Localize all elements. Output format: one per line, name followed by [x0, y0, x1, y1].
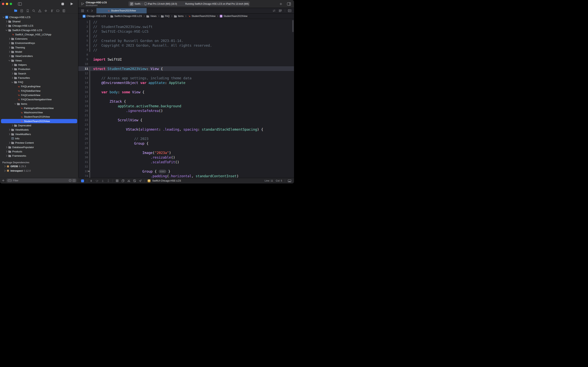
tree-row[interactable]: EnvironmentKeys [1, 41, 77, 45]
close-window-button[interactable] [2, 3, 4, 5]
project-navigator-icon[interactable] [14, 9, 17, 12]
issues-navigator-icon[interactable] [38, 9, 42, 12]
tree-row[interactable]: FAQClassicNavigationView [1, 97, 77, 102]
disclosure-chevron-icon[interactable] [5, 25, 8, 26]
tab-overview-icon[interactable] [81, 9, 84, 12]
tree-row[interactable]: ViewModels [1, 128, 77, 132]
code-line[interactable]: 17 [78, 94, 294, 99]
disclosure-chevron-icon[interactable] [8, 55, 11, 57]
debug-gauge-icon[interactable] [127, 179, 130, 182]
breadcrumb-item[interactable]: Chicago-HSE-LCS [83, 15, 106, 18]
tree-row[interactable]: Products [1, 149, 77, 154]
tree-row[interactable]: ViewModifiers [1, 132, 77, 136]
tree-row[interactable]: Search [1, 71, 77, 76]
disclosure-chevron-icon[interactable] [5, 151, 8, 152]
tree-row[interactable]: Preview Content [1, 141, 77, 145]
editor-tab[interactable]: StudentTeam2023View [96, 8, 147, 13]
disclosure-chevron-icon[interactable] [2, 17, 5, 17]
scheme-name[interactable]: SwiftU [134, 2, 143, 5]
disclosure-chevron-icon[interactable] [3, 166, 6, 167]
code-line[interactable]: 18 ZStack { [78, 99, 294, 104]
code-fold-ribbon[interactable] [89, 67, 90, 178]
pause-execution-icon[interactable] [90, 180, 92, 182]
disclosure-chevron-icon[interactable] [5, 155, 8, 157]
simulate-location-icon[interactable] [139, 179, 142, 182]
go-forward-icon[interactable] [91, 9, 93, 12]
disclosure-chevron-icon[interactable] [11, 68, 14, 70]
tree-row[interactable]: SwiftUI_Chicago_HSE_LCSApp [1, 32, 77, 37]
code-line[interactable]: 11struct StudentTeam2023View: View { [78, 66, 294, 71]
minimize-window-button[interactable] [6, 3, 8, 5]
disclosure-chevron-icon[interactable] [11, 64, 14, 66]
tree-row[interactable]: Theming [1, 45, 77, 50]
tree-row[interactable]: ViewControllers [1, 54, 77, 58]
add-toolbar-icon[interactable] [279, 2, 282, 5]
toggle-sidebar-icon[interactable] [18, 2, 22, 6]
code-line[interactable]: 22 ScrollView { [78, 118, 294, 122]
tree-row[interactable]: Model [1, 50, 77, 54]
toggle-inspector-icon[interactable] [287, 2, 291, 6]
debug-view-hierarchy-icon[interactable] [116, 179, 119, 182]
debug-navigator-icon[interactable] [50, 9, 53, 12]
tree-row[interactable]: FAQSideBarView [1, 89, 77, 93]
disclosure-chevron-icon[interactable] [8, 142, 11, 143]
fold-chevron-icon[interactable] [88, 170, 90, 172]
code-line[interactable]: 19 appState.activeTheme.background [78, 104, 294, 108]
filter-input[interactable]: Filter [6, 178, 77, 183]
code-line[interactable]: 3// SwiftUI-Chicago-HSE-LCS [78, 29, 294, 34]
breadcrumb-item[interactable]: Items [174, 15, 184, 17]
add-item-icon[interactable] [2, 179, 5, 182]
package-row[interactable]: Introspect0.12.0 [1, 168, 77, 173]
disclosure-chevron-icon[interactable] [8, 42, 11, 44]
disclosure-chevron-icon[interactable] [5, 147, 8, 148]
tree-row[interactable]: ParkingAndDirectionsView [1, 106, 77, 110]
run-destination-bar[interactable]: SwiftU ⟩ iPad Pro 13-inch (M4) (18.0) Ru… [128, 1, 250, 6]
code-line[interactable]: 1// [78, 20, 294, 24]
tree-row[interactable]: StudentTeam2019View [1, 115, 77, 119]
breakpoints-navigator-icon[interactable] [56, 9, 59, 12]
code-line[interactable]: 8 [78, 52, 294, 57]
code-line[interactable]: 25 [78, 132, 294, 136]
simulators-icon[interactable] [133, 179, 136, 182]
disclosure-chevron-icon[interactable] [5, 30, 8, 31]
tree-row[interactable]: FAQLandingView [1, 84, 77, 89]
disclosure-chevron-icon[interactable] [8, 129, 11, 130]
tree-row[interactable]: Favourites [1, 76, 77, 80]
reports-navigator-icon[interactable] [62, 9, 66, 12]
disclosure-chevron-icon[interactable] [11, 77, 14, 79]
breadcrumb-item[interactable]: StudentTeam2023View [188, 15, 215, 17]
tree-row[interactable]: DatabasePopulator [1, 145, 77, 149]
code-line[interactable]: 27 Group { [78, 141, 294, 146]
code-line[interactable]: 32 [78, 164, 294, 169]
disclosure-chevron-icon[interactable] [11, 125, 14, 126]
code-line[interactable]: 14 @EnvironmentObject var appState: AppS… [78, 80, 294, 85]
code-line[interactable]: 33 Group { ••• } [78, 169, 294, 174]
code-review-icon[interactable] [272, 9, 276, 12]
disclosure-chevron-icon[interactable] [14, 103, 17, 104]
disclosure-chevron-icon[interactable] [8, 60, 11, 61]
tree-row[interactable]: Production [1, 67, 77, 71]
toggle-debug-area-icon[interactable] [288, 179, 291, 182]
code-line[interactable]: 28 [78, 146, 294, 150]
run-destination-name[interactable]: iPad Pro 13-inch (M4) (18.0) [148, 2, 177, 5]
tree-row[interactable]: StudentTeam2023View [1, 119, 77, 123]
tree-row[interactable]: FAQContentView [1, 93, 77, 97]
tree-row[interactable]: Extensions [1, 37, 77, 41]
recents-filter-icon[interactable] [69, 179, 72, 182]
tree-row[interactable]: WashroomsView [1, 110, 77, 115]
tree-row[interactable]: Items [1, 102, 77, 106]
code-line[interactable]: 15 [78, 85, 294, 90]
disclosure-chevron-icon[interactable] [3, 170, 6, 171]
filter-menu-icon[interactable] [8, 179, 12, 182]
zoom-window-button[interactable] [10, 3, 12, 5]
disclosure-chevron-icon[interactable] [11, 73, 14, 74]
disclosure-chevron-icon[interactable] [8, 133, 11, 135]
tree-row[interactable]: Frameworks [1, 154, 77, 158]
disclosure-chevron-icon[interactable] [8, 47, 11, 48]
breakpoints-toggle-icon[interactable] [81, 179, 84, 182]
run-button[interactable] [71, 2, 73, 5]
step-into-icon[interactable] [101, 179, 104, 182]
tree-row[interactable]: Chicago-HSE-LCS [1, 24, 77, 28]
tree-row[interactable]: Views [1, 58, 77, 63]
find-navigator-icon[interactable] [32, 9, 35, 12]
